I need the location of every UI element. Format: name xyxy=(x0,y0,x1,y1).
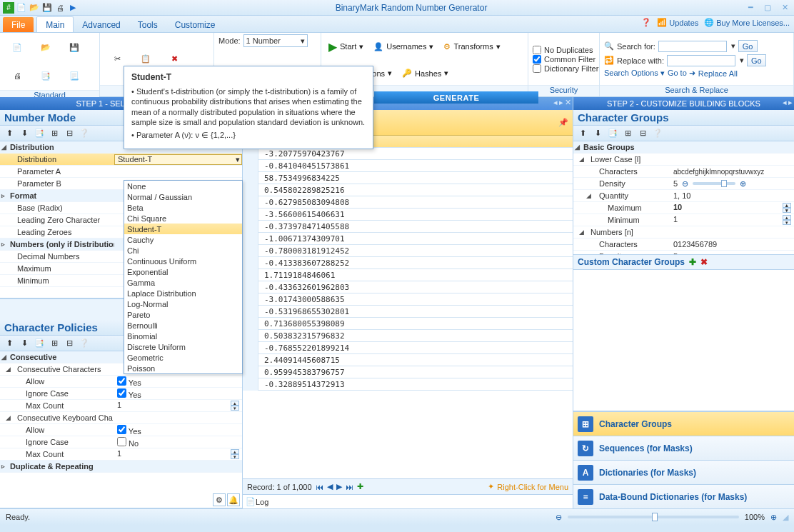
tab-main[interactable]: Main xyxy=(36,16,74,32)
replace-input[interactable] xyxy=(667,55,735,66)
result-row[interactable]: 2.44091445608715 xyxy=(243,354,573,366)
nav-last-icon[interactable]: ⏭ xyxy=(346,483,353,491)
result-row[interactable]: 0.503832315796832 xyxy=(243,330,573,342)
dropdown-option[interactable]: Normal / Gaussian xyxy=(124,191,242,202)
buy-link[interactable]: 🌐Buy More Licenses... xyxy=(704,18,790,27)
cp-ignore-case[interactable]: Ignore Case Yes xyxy=(0,388,242,400)
rp-density[interactable]: Density5⊖⊕ xyxy=(573,178,794,190)
close-icon[interactable]: ✕ xyxy=(778,3,791,13)
rp-numbers[interactable]: Numbers [n] xyxy=(573,228,670,236)
prop-distribution[interactable]: DistributionStudent-T▾ xyxy=(0,154,242,166)
cp-max-count2[interactable]: Max Count1▴▾ xyxy=(0,448,242,461)
result-row[interactable]: 0.545802289825216 xyxy=(243,184,573,196)
qat-print-icon[interactable]: 🖨 xyxy=(54,2,66,14)
tb2-expand-icon[interactable]: ⊞ xyxy=(48,337,61,350)
dropdown-option[interactable]: Poisson xyxy=(124,363,242,373)
new-icon[interactable]: 📄 xyxy=(4,34,30,60)
dropdown-option[interactable]: None xyxy=(124,181,242,191)
result-row[interactable]: -1.00671374309701 xyxy=(243,233,573,245)
result-row[interactable]: -0.780003181912452 xyxy=(243,245,573,257)
tb3-collapse-icon[interactable]: ⊟ xyxy=(636,127,649,140)
hashes-button[interactable]: 🔑Hashes▾ xyxy=(399,67,451,79)
tb2-help-icon[interactable]: ❔ xyxy=(78,337,91,350)
tb2-collapse-icon[interactable]: ⊟ xyxy=(63,337,76,350)
rp-density2[interactable]: Density5⊖ xyxy=(573,251,794,254)
usernames-button[interactable]: 👤Usernames▾ xyxy=(371,41,436,53)
help-icon[interactable]: ❓ xyxy=(641,18,651,27)
mid-close-icon[interactable]: ✕ xyxy=(565,98,571,107)
no-duplicates-check[interactable]: No Duplicates xyxy=(533,46,598,54)
minus-icon[interactable]: ⊖ xyxy=(682,252,688,255)
minus-icon[interactable]: ⊖ xyxy=(682,179,688,189)
result-row[interactable]: -0.32889514372913 xyxy=(243,378,573,391)
tb-sort-desc-icon[interactable]: ⬇ xyxy=(18,127,31,140)
dropdown-option[interactable]: Binomial xyxy=(124,331,242,341)
result-row[interactable]: -0.433632601962803 xyxy=(243,281,573,293)
dropdown-option[interactable]: Discrete Uniform xyxy=(124,341,242,352)
dropdown-option[interactable]: Log-Normal xyxy=(124,298,242,309)
tb3-help-icon[interactable]: ❔ xyxy=(651,127,664,140)
nav-add-icon[interactable]: ✚ xyxy=(357,482,363,491)
generate-button[interactable]: GENERATE xyxy=(374,91,538,104)
save-icon[interactable]: 💾 xyxy=(61,34,87,60)
step2-prev-icon[interactable]: ◂ xyxy=(783,98,787,107)
cp-cat-consecutive[interactable]: Consecutive xyxy=(0,353,114,361)
rp-characters2[interactable]: Characters0123456789 xyxy=(573,239,794,251)
log-label[interactable]: Log xyxy=(256,498,268,506)
tb3-cat-icon[interactable]: 📑 xyxy=(606,127,619,140)
dropdown-option[interactable]: Geometric xyxy=(124,352,242,363)
acc-character-groups[interactable]: ⊞Character Groups xyxy=(573,411,794,436)
rp-minimum[interactable]: Minimum1▴▾ xyxy=(573,214,794,226)
tb-help-icon[interactable]: ❔ xyxy=(78,127,91,140)
result-row[interactable]: -0.768552201899214 xyxy=(243,342,573,354)
result-row[interactable]: -0.413383607288252 xyxy=(243,257,573,269)
dropdown-option[interactable]: Chi Square xyxy=(124,213,242,224)
dropdown-option[interactable]: Continuous Uniform xyxy=(124,256,242,266)
rp-maximum[interactable]: Maximum10▴▾ xyxy=(573,202,794,214)
tb2-sort-asc-icon[interactable]: ⬆ xyxy=(3,337,16,350)
cp-consecutive-chars[interactable]: Consecutive Characters xyxy=(0,365,114,373)
result-row[interactable]: -0.841040451573861 xyxy=(243,160,573,172)
transforms-button[interactable]: ⚙Transforms▾ xyxy=(441,41,503,53)
replace-go-button[interactable]: Go xyxy=(747,54,766,66)
result-row[interactable]: -0.531968655302801 xyxy=(243,306,573,318)
resize-grip-icon[interactable]: ◢ xyxy=(783,513,788,522)
nav-prev-icon[interactable]: ◀ xyxy=(327,482,333,491)
cp-cat-dup[interactable]: Duplicate & Repeating xyxy=(0,462,114,471)
cp-ignore-case2[interactable]: Ignore Case No xyxy=(0,436,242,448)
result-row[interactable]: -0.373978471405588 xyxy=(243,221,573,233)
search-go-button[interactable]: Go xyxy=(738,40,758,52)
qat-new-icon[interactable]: 📄 xyxy=(16,2,27,14)
plus-icon[interactable]: ⊕ xyxy=(740,179,746,189)
zoom-in-icon[interactable]: ⊕ xyxy=(770,513,777,522)
qat-play-icon[interactable]: ▶ xyxy=(67,2,79,14)
rp-cat-basic[interactable]: Basic Groups xyxy=(573,143,670,151)
tb3-expand-icon[interactable]: ⊞ xyxy=(621,127,634,140)
chevron-down-icon[interactable]: ▾ xyxy=(236,155,240,164)
acc-databound[interactable]: ≡Data-Bound Dictionaries (for Masks) xyxy=(573,484,794,508)
pin-icon[interactable]: 📌 xyxy=(558,118,568,127)
dropdown-option[interactable]: Student-T xyxy=(124,224,242,234)
nav-next-icon[interactable]: ▶ xyxy=(336,482,342,491)
tab-advanced[interactable]: Advanced xyxy=(74,17,129,32)
dropdown-option[interactable]: Pareto xyxy=(124,309,242,320)
dropdown-option[interactable]: Bernoulli xyxy=(124,320,242,331)
dropdown-option[interactable]: Cauchy xyxy=(124,234,242,245)
start-button[interactable]: ▶Start▾ xyxy=(326,39,366,55)
mode-select[interactable]: 1 Number▾ xyxy=(243,34,308,47)
tb2-sort-desc-icon[interactable]: ⬇ xyxy=(18,337,31,350)
dictionary-filter-check[interactable]: Dictionary Filter xyxy=(533,64,598,73)
zoom-out-icon[interactable]: ⊖ xyxy=(556,513,562,522)
search-options-button[interactable]: Search Options ▾ xyxy=(604,69,665,78)
result-row[interactable]: 0.713680055398089 xyxy=(243,318,573,330)
prop-cat-format[interactable]: Format xyxy=(0,191,114,200)
common-filter-check[interactable]: Common Filter xyxy=(533,55,598,64)
gear-icon[interactable]: ⚙ xyxy=(213,493,226,506)
rp-lower[interactable]: Lower Case [l] xyxy=(573,155,670,164)
dropdown-option[interactable]: Laplace Distribution xyxy=(124,288,242,298)
cp-allow2[interactable]: Allow Yes xyxy=(0,424,242,436)
dropdown-option[interactable]: Gamma xyxy=(124,277,242,288)
distribution-dropdown[interactable]: NoneNormal / GaussianBetaChi SquareStude… xyxy=(124,180,243,374)
result-row[interactable]: 58.7534996834225 xyxy=(243,172,573,184)
maximize-icon[interactable]: ▢ xyxy=(761,3,774,13)
